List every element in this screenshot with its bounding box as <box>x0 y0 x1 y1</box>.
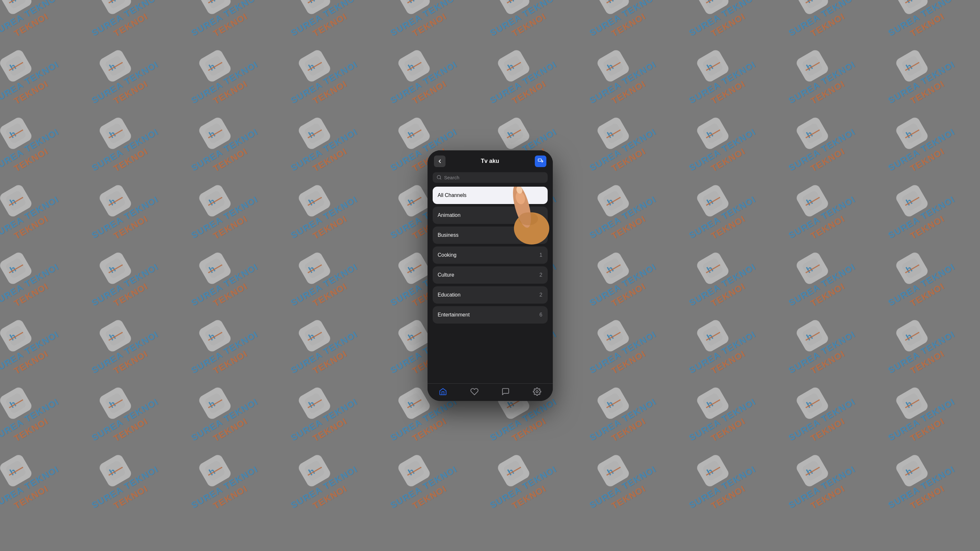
svg-rect-138 <box>602 257 624 279</box>
svg-rect-234 <box>802 460 823 482</box>
svg-rect-72 <box>403 123 425 144</box>
svg-rect-111 <box>702 190 724 212</box>
svg-rect-225 <box>503 460 525 482</box>
svg-rect-147 <box>901 257 923 279</box>
svg-rect-57 <box>901 55 923 77</box>
header: Tv aku <box>428 150 553 170</box>
category-name-entertainment: Entertainment <box>438 312 470 318</box>
svg-rect-84 <box>802 123 823 144</box>
phone-device: Tv aku Search All Channels <box>428 150 553 401</box>
category-item-all-channels[interactable]: All Channels <box>433 187 548 204</box>
playlist-button[interactable] <box>535 156 546 167</box>
svg-rect-51 <box>702 55 724 77</box>
svg-rect-87 <box>901 123 923 144</box>
svg-rect-210 <box>5 460 27 482</box>
svg-rect-144 <box>802 257 823 279</box>
category-item-cooking[interactable]: Cooking 1 <box>433 247 548 264</box>
category-item-business[interactable]: Business 4 <box>433 226 548 244</box>
svg-rect-90 <box>5 190 27 212</box>
category-count-culture: 2 <box>539 272 542 278</box>
nav-favorites[interactable] <box>470 387 479 396</box>
svg-rect-69 <box>304 123 325 144</box>
svg-rect-129 <box>304 257 325 279</box>
svg-rect-177 <box>901 325 923 347</box>
nav-settings[interactable] <box>533 387 541 396</box>
search-placeholder: Search <box>444 175 460 180</box>
svg-line-243 <box>440 178 441 179</box>
svg-rect-198 <box>602 392 624 414</box>
category-item-entertainment[interactable]: Entertainment 6 <box>433 306 548 323</box>
category-list: All Channels <box>428 187 553 383</box>
svg-rect-156 <box>204 325 226 347</box>
svg-rect-63 <box>104 123 126 144</box>
category-name-business: Business <box>438 232 459 238</box>
svg-rect-81 <box>702 123 724 144</box>
svg-rect-45 <box>503 55 525 77</box>
category-name-cooking: Cooking <box>438 252 457 258</box>
category-item-animation[interactable]: Animation <box>433 207 548 224</box>
svg-point-247 <box>515 187 523 194</box>
svg-rect-237 <box>901 460 923 482</box>
svg-rect-219 <box>304 460 325 482</box>
app-screen: Tv aku Search All Channels <box>428 150 553 401</box>
svg-rect-96 <box>204 190 226 212</box>
svg-rect-162 <box>403 325 425 347</box>
svg-rect-117 <box>901 190 923 212</box>
svg-rect-222 <box>403 460 425 482</box>
svg-rect-36 <box>204 55 226 77</box>
svg-rect-30 <box>5 55 27 77</box>
category-count-cooking: 1 <box>539 252 542 258</box>
home-icon <box>439 387 447 396</box>
svg-rect-201 <box>702 392 724 414</box>
svg-rect-189 <box>304 392 325 414</box>
svg-rect-207 <box>901 392 923 414</box>
back-chevron-icon <box>437 158 442 164</box>
svg-rect-60 <box>5 123 27 144</box>
svg-rect-180 <box>5 392 27 414</box>
category-name-all-channels: All Channels <box>438 193 467 198</box>
svg-rect-150 <box>5 325 27 347</box>
settings-icon <box>533 387 541 396</box>
nav-home[interactable] <box>439 387 447 396</box>
svg-rect-213 <box>104 460 126 482</box>
svg-rect-78 <box>602 123 624 144</box>
search-icon <box>436 175 442 180</box>
svg-rect-99 <box>304 190 325 212</box>
back-button[interactable] <box>434 156 445 167</box>
svg-rect-42 <box>403 55 425 77</box>
svg-rect-216 <box>204 460 226 482</box>
bottom-navigation <box>428 383 553 401</box>
search-bar[interactable]: Search <box>433 172 548 183</box>
playlist-icon <box>538 158 544 164</box>
svg-rect-141 <box>702 257 724 279</box>
svg-rect-48 <box>602 55 624 77</box>
svg-rect-159 <box>304 325 325 347</box>
chat-icon <box>501 387 510 396</box>
category-item-education[interactable]: Education 2 <box>433 286 548 304</box>
svg-rect-168 <box>602 325 624 347</box>
svg-rect-153 <box>104 325 126 347</box>
svg-rect-186 <box>204 392 226 414</box>
svg-rect-33 <box>104 55 126 77</box>
category-name-culture: Culture <box>438 272 455 278</box>
svg-rect-66 <box>204 123 226 144</box>
svg-rect-240 <box>538 159 541 161</box>
svg-rect-174 <box>802 325 823 347</box>
svg-rect-114 <box>802 190 823 212</box>
svg-point-249 <box>536 390 538 393</box>
heart-icon <box>470 387 479 396</box>
svg-rect-123 <box>104 257 126 279</box>
category-name-education: Education <box>438 292 461 298</box>
nav-messages[interactable] <box>501 387 510 396</box>
svg-rect-228 <box>602 460 624 482</box>
svg-rect-126 <box>204 257 226 279</box>
svg-rect-183 <box>104 392 126 414</box>
svg-rect-93 <box>104 190 126 212</box>
svg-rect-120 <box>5 257 27 279</box>
category-count-entertainment: 6 <box>539 312 542 318</box>
svg-rect-132 <box>403 257 425 279</box>
svg-rect-171 <box>702 325 724 347</box>
svg-rect-54 <box>802 55 823 77</box>
category-item-culture[interactable]: Culture 2 <box>433 266 548 284</box>
svg-point-246 <box>514 191 526 205</box>
